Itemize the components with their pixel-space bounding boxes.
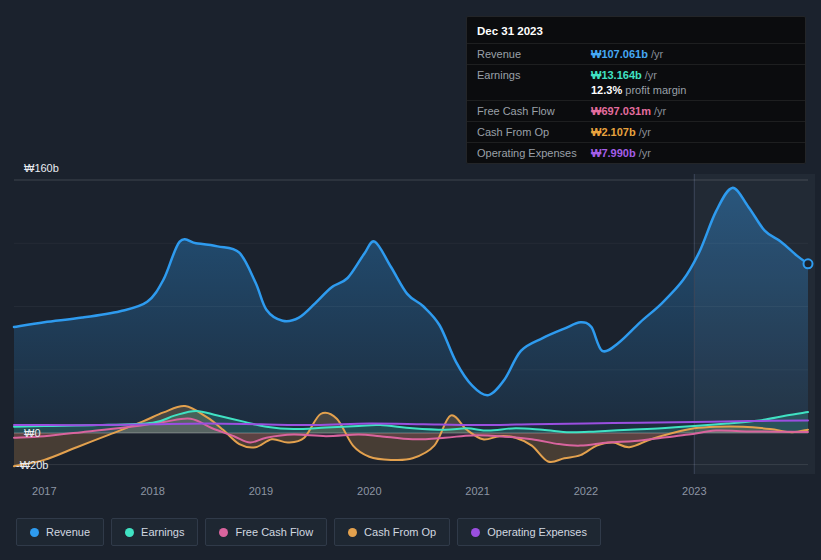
tooltip-row-value: ₩7.990b /yr — [591, 147, 795, 159]
tooltip-row-label: Operating Expenses — [477, 147, 591, 159]
legend-dot-icon — [30, 528, 39, 537]
legend-dot-icon — [348, 528, 357, 537]
legend-label: Revenue — [46, 526, 90, 538]
legend-label: Earnings — [141, 526, 184, 538]
legend-label: Free Cash Flow — [235, 526, 313, 538]
revenue-endpoint-marker — [804, 259, 813, 268]
x-axis-label: 2021 — [465, 485, 489, 497]
legend-dot-icon — [125, 528, 134, 537]
legend-item-cash-from-op[interactable]: Cash From Op — [334, 518, 450, 546]
legend-item-earnings[interactable]: Earnings — [111, 518, 198, 546]
tooltip-row-value: ₩697.031m /yr — [591, 105, 795, 117]
tooltip-row-label: Cash From Op — [477, 126, 591, 138]
tooltip-date: Dec 31 2023 — [467, 17, 805, 43]
legend-dot-icon — [219, 528, 228, 537]
y-axis-label: -₩20b — [16, 459, 48, 471]
legend-item-operating-expenses[interactable]: Operating Expenses — [457, 518, 601, 546]
legend-label: Cash From Op — [364, 526, 436, 538]
tooltip-row-value: ₩107.061b /yr — [591, 48, 795, 60]
tooltip-row-operating-expenses: Operating Expenses₩7.990b /yr — [467, 142, 805, 163]
chart-tooltip: Dec 31 2023 Revenue₩107.061b /yrEarnings… — [466, 16, 806, 164]
x-axis-label: 2023 — [682, 485, 706, 497]
tooltip-row-cash-from-op: Cash From Op₩2.107b /yr — [467, 121, 805, 142]
legend-dot-icon — [471, 528, 480, 537]
legend-item-free-cash-flow[interactable]: Free Cash Flow — [205, 518, 327, 546]
tooltip-row-earnings: Earnings₩13.164b /yr12.3% profit margin — [467, 64, 805, 100]
x-axis-label: 2018 — [140, 485, 164, 497]
tooltip-row-label: Free Cash Flow — [477, 105, 591, 117]
x-axis-label: 2019 — [249, 485, 273, 497]
tooltip-rows: Revenue₩107.061b /yrEarnings₩13.164b /yr… — [467, 43, 805, 163]
y-axis-label: ₩0 — [24, 427, 41, 439]
tooltip-row-value: ₩13.164b /yr12.3% profit margin — [591, 69, 795, 96]
tooltip-profit-margin: 12.3% profit margin — [591, 81, 795, 96]
x-axis-label: 2020 — [357, 485, 381, 497]
tooltip-row-value: ₩2.107b /yr — [591, 126, 795, 138]
y-axis-label: ₩160b — [24, 162, 59, 174]
page: { "tooltip": { "date": "Dec 31 2023", "r… — [0, 0, 821, 560]
legend-label: Operating Expenses — [487, 526, 587, 538]
tooltip-row-revenue: Revenue₩107.061b /yr — [467, 43, 805, 64]
legend-item-revenue[interactable]: Revenue — [16, 518, 104, 546]
tooltip-row-label: Revenue — [477, 48, 591, 60]
chart-legend: RevenueEarningsFree Cash FlowCash From O… — [16, 518, 601, 546]
x-axis-label: 2022 — [574, 485, 598, 497]
tooltip-row-label: Earnings — [477, 69, 591, 96]
x-axis-label: 2017 — [32, 485, 56, 497]
tooltip-row-free-cash-flow: Free Cash Flow₩697.031m /yr — [467, 100, 805, 121]
series-area-revenue — [14, 188, 808, 433]
